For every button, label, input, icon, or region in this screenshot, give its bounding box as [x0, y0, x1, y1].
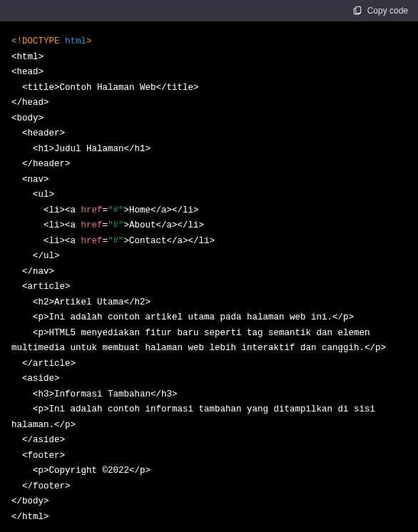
- code-text: <h2>: [11, 297, 54, 307]
- code-text: =: [103, 205, 108, 215]
- code-text: <body>: [11, 113, 44, 123]
- code-text: </head>: [11, 98, 49, 108]
- code-text: <li><a: [11, 205, 81, 215]
- code-text: html: [65, 36, 86, 46]
- code-text: "#": [108, 205, 124, 215]
- code-text: </a></li>: [151, 205, 199, 215]
- code-text: </p>: [54, 420, 76, 430]
- code-text: <ul>: [11, 190, 54, 200]
- code-text: "#": [108, 236, 124, 246]
- code-text: </h1>: [124, 144, 151, 154]
- code-text: </html>: [11, 512, 49, 522]
- code-text: Home: [129, 205, 151, 215]
- code-text: <!DOCTYPE: [11, 36, 65, 46]
- code-text: <header>: [11, 128, 65, 138]
- code-text: >: [124, 205, 130, 215]
- code-text: <p>: [11, 404, 49, 414]
- code-text: </nav>: [11, 267, 54, 277]
- code-text: </p>: [365, 343, 386, 353]
- code-text: <head>: [11, 67, 44, 77]
- code-text: HTML5 menyediakan fitur baru seperti tag…: [11, 328, 375, 354]
- clipboard-icon: [352, 5, 362, 17]
- code-text: >: [124, 220, 130, 230]
- code-text: <li><a: [11, 220, 81, 230]
- code-text: <aside>: [11, 374, 60, 384]
- code-text: Artikel Utama: [54, 297, 124, 307]
- code-text: </aside>: [11, 435, 65, 445]
- code-text: <p>: [11, 312, 49, 322]
- code-text: href: [81, 220, 103, 230]
- code-text: Ini adalah contoh artikel utama pada hal…: [49, 312, 333, 322]
- code-text: "#": [108, 220, 124, 230]
- code-text: <p>: [11, 328, 49, 338]
- code-text: <html>: [11, 52, 44, 62]
- code-text: Contoh Halaman Web: [60, 83, 156, 93]
- code-text: <h3>: [11, 389, 54, 399]
- code-text: Judul Halaman: [54, 144, 124, 154]
- code-text: =: [103, 236, 108, 246]
- code-text: <footer>: [11, 451, 65, 461]
- code-text: <h1>: [11, 144, 54, 154]
- code-text: >: [124, 236, 130, 246]
- code-text: Copyright ©2022: [49, 466, 130, 476]
- code-text: </h3>: [151, 389, 178, 399]
- code-text: About: [129, 220, 156, 230]
- code-text: </p>: [332, 312, 354, 322]
- code-text: <nav>: [11, 175, 49, 185]
- code-text: =: [103, 220, 108, 230]
- code-block: <!DOCTYPE html> <html> <head> <title>Con…: [0, 21, 418, 532]
- code-text: </a></li>: [167, 236, 215, 246]
- code-text: <title>: [11, 83, 60, 93]
- code-text: href: [81, 205, 103, 215]
- code-text: <p>: [11, 466, 49, 476]
- code-text: <li><a: [11, 236, 81, 246]
- code-text: </a></li>: [156, 220, 205, 230]
- copy-code-label: Copy code: [367, 6, 408, 16]
- copy-code-button[interactable]: Copy code: [352, 5, 408, 17]
- code-text: </body>: [11, 496, 49, 506]
- code-text: </h2>: [124, 297, 151, 307]
- code-text: <article>: [11, 282, 71, 292]
- code-text: </article>: [11, 359, 76, 369]
- code-text: </p>: [129, 466, 151, 476]
- code-text: </title>: [156, 83, 199, 93]
- code-text: >: [86, 36, 92, 46]
- code-text: Informasi Tambahan: [54, 389, 151, 399]
- code-text: href: [81, 236, 103, 246]
- code-text: </footer>: [11, 481, 71, 491]
- code-header-bar: Copy code: [0, 0, 418, 21]
- code-text: Contact: [129, 236, 167, 246]
- code-text: </ul>: [11, 251, 60, 261]
- code-text: </header>: [11, 159, 71, 169]
